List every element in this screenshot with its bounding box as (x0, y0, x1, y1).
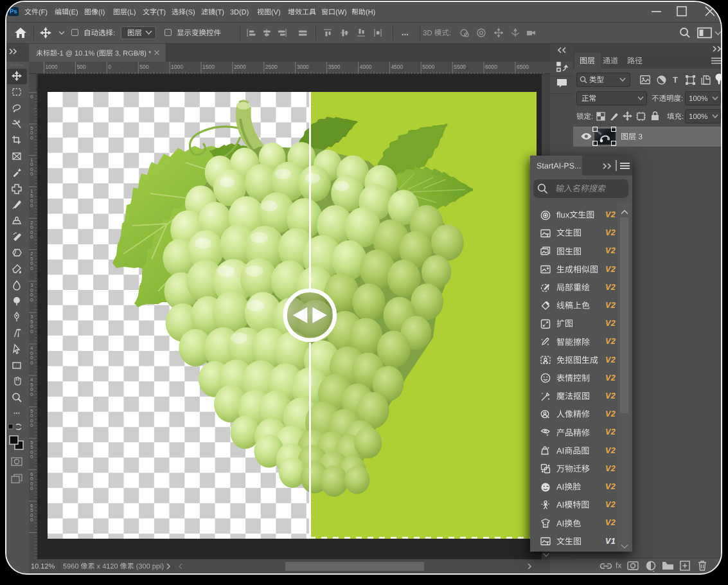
svg-text:6500: 6500 (517, 64, 529, 70)
svg-text:0: 0 (30, 203, 33, 208)
svg-text:0: 0 (30, 266, 33, 271)
svg-text:4000: 4000 (360, 64, 372, 70)
svg-text:0: 0 (30, 360, 33, 366)
svg-text:6000: 6000 (485, 64, 497, 70)
svg-text:0: 0 (30, 392, 33, 397)
svg-text:0: 0 (30, 517, 33, 523)
svg-text:3000: 3000 (297, 64, 309, 70)
svg-text:0: 0 (30, 234, 33, 240)
svg-text:0: 0 (108, 64, 111, 70)
svg-text:0: 0 (30, 454, 33, 460)
svg-text:4500: 4500 (391, 64, 403, 70)
svg-text:5500: 5500 (454, 64, 466, 70)
svg-text:1000: 1000 (46, 64, 58, 70)
svg-text:500: 500 (139, 64, 148, 70)
svg-text:5000: 5000 (422, 64, 434, 70)
svg-text:0: 0 (30, 485, 33, 491)
svg-text:2000: 2000 (234, 64, 246, 70)
svg-text:2500: 2500 (265, 64, 278, 70)
svg-text:0: 0 (30, 422, 33, 428)
svg-text:0: 0 (30, 297, 33, 303)
svg-text:0: 0 (30, 328, 33, 334)
svg-text:0: 0 (30, 171, 33, 177)
svg-text:500: 500 (76, 64, 85, 70)
svg-text:3500: 3500 (328, 64, 341, 70)
svg-text:0: 0 (30, 94, 33, 100)
svg-text:0: 0 (30, 135, 33, 141)
svg-text:1000: 1000 (171, 64, 183, 70)
svg-text:1500: 1500 (202, 64, 215, 70)
